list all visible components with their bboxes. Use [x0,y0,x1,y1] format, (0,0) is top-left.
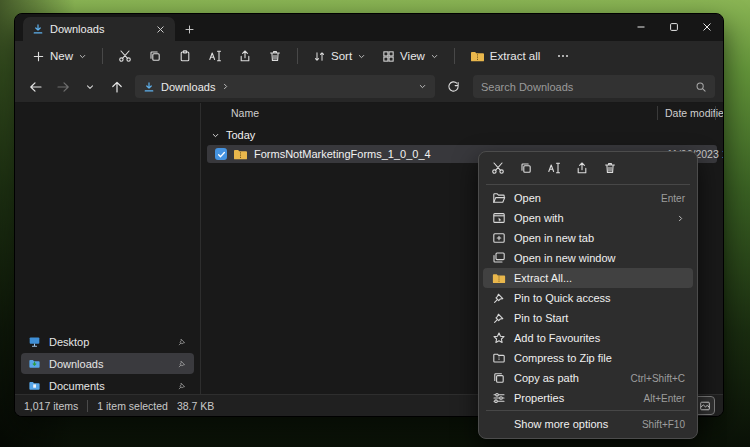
menu-item-label: Pin to Start [514,312,685,324]
share-icon [575,161,589,175]
pin-icon [491,291,506,305]
cut-button[interactable] [111,44,139,68]
delete-button[interactable] [261,44,289,68]
chevron-down-icon[interactable] [211,131,220,140]
download-icon [32,23,44,35]
context-menu-item-pin-to-start[interactable]: Pin to Start [483,308,693,328]
copy-button[interactable] [513,157,538,179]
context-menu-item-open-with[interactable]: Open with [483,208,693,228]
new-tab-button[interactable] [181,21,198,38]
sort-icon [313,50,326,63]
menu-item-label: Add to Favourites [514,332,685,344]
copy-button[interactable] [141,44,169,68]
column-header-name[interactable]: Name [201,107,259,119]
context-menu-quick-actions [483,156,693,182]
tab-close-icon[interactable] [152,21,169,38]
context-menu-item-compress-to-zip[interactable]: Compress to Zip file [483,348,693,368]
new-window-icon [491,251,506,265]
delete-button[interactable] [597,157,622,179]
back-icon [29,80,43,94]
zip-folder-icon [470,50,485,63]
selection-size: 38.7 KB [177,400,214,412]
context-menu-item-pin-to-quick-access[interactable]: Pin to Quick access [483,288,693,308]
statusbar-separator [87,400,88,412]
menu-item-label: Show more options [514,418,634,430]
menu-item-label: Open in new window [514,252,685,264]
tab-downloads[interactable]: Downloads [23,17,175,41]
rename-button[interactable] [541,157,566,179]
menu-item-shortcut: Shift+F10 [642,419,685,430]
toolbar-separator [102,48,103,64]
address-bar: Downloads [15,71,723,103]
search-box [473,75,715,98]
sidebar-item-label: Documents [49,380,105,392]
file-name: FormsNotMarketingForms_1_0_0_4 [254,148,431,160]
context-menu-item-properties[interactable]: Properties Alt+Enter [483,388,693,408]
forward-button[interactable] [50,75,75,99]
pin-icon [177,381,187,391]
cut-button[interactable] [485,157,510,179]
breadcrumb[interactable]: Downloads [135,75,435,98]
view-button[interactable]: View [375,44,446,68]
documents-folder-icon [28,379,41,392]
refresh-button[interactable] [441,75,466,99]
item-count: 1,017 items [24,400,78,412]
context-menu-item-copy-as-path[interactable]: Copy as path Ctrl+Shift+C [483,368,693,388]
forward-icon [56,80,70,94]
see-more-button[interactable] [549,44,577,68]
navigation-pane: Desktop Downloads Documents [15,103,201,394]
chevron-down-icon [357,52,366,61]
window-controls [624,14,723,41]
menu-item-shortcut: Enter [661,193,685,204]
context-menu-item-add-to-favourites[interactable]: Add to Favourites [483,328,693,348]
submenu-chevron-right-icon [676,214,685,223]
up-button[interactable] [104,75,129,99]
cut-icon [118,49,132,63]
extract-all-button-label: Extract all [490,50,541,62]
paste-button[interactable] [171,44,199,68]
view-icon [382,50,395,63]
sort-button[interactable]: Sort [306,44,373,68]
context-menu-item-show-more-options[interactable]: Show more options Shift+F10 [483,414,693,434]
refresh-icon [447,80,460,93]
minimize-button[interactable] [624,14,657,40]
view-button-label: View [400,50,425,62]
back-button[interactable] [23,75,48,99]
ellipsis-icon [556,49,570,63]
column-separator[interactable] [715,106,716,120]
sidebar-item-downloads[interactable]: Downloads [21,353,194,374]
menu-item-label: Copy as path [514,372,623,384]
menu-divider [486,184,690,185]
extract-all-button[interactable]: Extract all [463,44,548,68]
group-header-today[interactable]: Today [201,123,723,144]
context-menu-item-open[interactable]: Open Enter [483,188,693,208]
sidebar-item-desktop[interactable]: Desktop [21,331,194,352]
column-separator[interactable] [657,106,658,120]
share-button[interactable] [569,157,594,179]
menu-item-label: Extract All... [514,272,685,284]
download-icon [143,81,155,93]
open-icon [491,191,506,205]
checkbox-checked[interactable] [215,148,227,160]
chevron-right-icon[interactable] [221,82,230,91]
chevron-down-icon [85,82,95,92]
recent-locations-button[interactable] [77,75,102,99]
maximize-button[interactable] [657,14,690,40]
rename-button[interactable] [201,44,229,68]
new-button[interactable]: New [25,44,94,68]
menu-item-label: Properties [514,392,636,404]
share-button[interactable] [231,44,259,68]
address-dropdown-icon[interactable] [418,82,427,91]
search-input[interactable] [481,81,689,93]
context-menu-item-open-in-new-window[interactable]: Open in new window [483,248,693,268]
breadcrumb-segment-downloads[interactable]: Downloads [161,81,215,93]
close-button[interactable] [690,14,723,40]
context-menu-item-open-in-new-tab[interactable]: Open in new tab [483,228,693,248]
downloads-folder-icon [28,357,41,370]
pin-icon [177,359,187,369]
paste-icon [178,49,192,63]
context-menu-item-extract-all[interactable]: Extract All... [483,268,693,288]
search-icon[interactable] [695,81,707,93]
sidebar-item-documents[interactable]: Documents [21,375,194,394]
menu-item-shortcut: Alt+Enter [644,393,685,404]
